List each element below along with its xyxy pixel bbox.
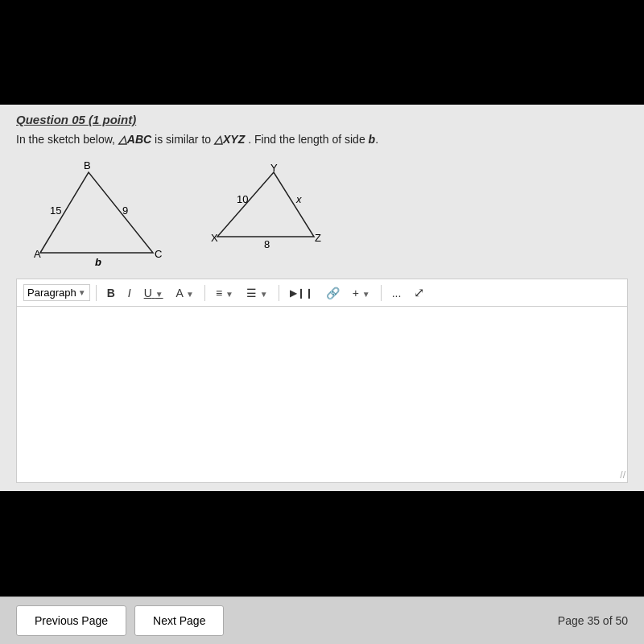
align-button[interactable]: ≡ ▼ <box>211 284 238 302</box>
triangle-xyz-label: △XYZ <box>214 133 245 146</box>
side-yz-label: x <box>295 193 302 205</box>
list-icon: ☰ <box>246 287 257 299</box>
align-icon: ≡ <box>216 287 222 299</box>
answer-box[interactable]: // <box>16 306 628 483</box>
media-icon: ▶❙❙ <box>290 287 313 299</box>
question-text-period: . <box>375 133 378 146</box>
vertex-a-label: A <box>34 248 41 260</box>
main-content: Question 05 (1 point) In the sketch belo… <box>0 105 644 491</box>
triangles-area: A B C 15 9 b X Y Z 10 x 8 <box>16 156 628 269</box>
font-color-dropdown-arrow: ▼ <box>186 290 194 299</box>
triangle-abc-label: △ABC <box>118 133 151 146</box>
add-dropdown-arrow: ▼ <box>362 290 370 299</box>
link-button[interactable]: 🔗 <box>321 284 345 302</box>
paragraph-label: Paragraph <box>27 287 76 299</box>
question-text-find: . Find the length of side <box>248 133 368 146</box>
paragraph-dropdown[interactable]: Paragraph ▼ <box>23 284 90 301</box>
side-yx-label: 10 <box>237 193 248 205</box>
top-black-bar <box>0 0 644 105</box>
bold-button[interactable]: B <box>102 284 120 302</box>
next-page-button[interactable]: Next Page <box>134 605 224 636</box>
add-icon: + <box>353 287 359 299</box>
vertex-y-label: Y <box>270 164 278 174</box>
triangle-xyz-svg: X Y Z 10 x 8 <box>201 164 330 261</box>
more-button[interactable]: ... <box>387 284 407 302</box>
underline-label: U <box>144 287 152 299</box>
side-ab-label: 15 <box>50 204 61 217</box>
question-text-part1: In the sketch below, <box>16 133 118 146</box>
question-header: Question 05 (1 point) <box>16 113 628 126</box>
paragraph-dropdown-arrow: ▼ <box>78 288 86 297</box>
resize-handle[interactable]: // <box>620 469 625 481</box>
add-button[interactable]: + ▼ <box>348 284 375 302</box>
side-ac-label: b <box>95 256 101 268</box>
side-bc-label: 9 <box>122 204 128 217</box>
page-info: Page 35 of 50 <box>558 614 628 627</box>
vertex-b-label: B <box>84 159 91 171</box>
vertex-z-label: Z <box>315 232 321 244</box>
italic-button[interactable]: I <box>123 284 136 302</box>
align-dropdown-arrow: ▼ <box>225 290 233 299</box>
separator-3 <box>279 285 279 301</box>
editor-toolbar: Paragraph ▼ B I U ▼ A ▼ ≡ ▼ ☰ ▼ ▶❙❙ 🔗 <box>16 279 628 306</box>
underline-button[interactable]: U ▼ <box>139 284 168 302</box>
media-button[interactable]: ▶❙❙ <box>285 285 318 301</box>
list-button[interactable]: ☰ ▼ <box>242 284 273 302</box>
question-text: In the sketch below, △ABC is similar to … <box>16 131 628 148</box>
bottom-navigation-bar: Previous Page Next Page Page 35 of 50 <box>0 597 644 644</box>
vertex-c-label: C <box>155 248 162 260</box>
side-xz-label: 8 <box>264 238 270 250</box>
separator-4 <box>381 285 382 301</box>
font-color-button[interactable]: A ▼ <box>171 284 199 302</box>
vertex-x-label: X <box>211 232 218 244</box>
nav-buttons: Previous Page Next Page <box>16 605 224 636</box>
previous-page-button[interactable]: Previous Page <box>16 605 126 636</box>
separator-2 <box>204 285 205 301</box>
link-icon: 🔗 <box>326 287 340 299</box>
side-b-label: b <box>369 133 376 146</box>
list-dropdown-arrow: ▼ <box>260 290 268 299</box>
underline-dropdown-arrow: ▼ <box>155 290 163 299</box>
question-text-similar: is similar to <box>155 133 214 146</box>
expand-button[interactable]: ⤢ <box>409 283 429 303</box>
separator-1 <box>96 285 97 301</box>
font-color-label: A <box>176 287 184 299</box>
triangle-abc-svg: A B C 15 9 b <box>32 156 177 269</box>
